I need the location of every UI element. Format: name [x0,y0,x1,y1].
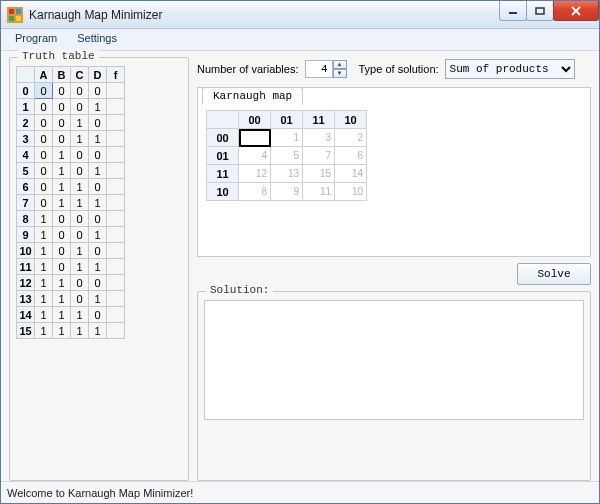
close-button[interactable] [553,1,599,21]
spin-down-icon[interactable]: ▼ [333,69,347,78]
numvars-label: Number of variables: [197,63,299,75]
spin-up-icon[interactable]: ▲ [333,60,347,69]
config-row: Number of variables: ▲ ▼ Type of solutio… [197,57,591,81]
statusbar: Welcome to Karnaugh Map Minimizer! [1,481,599,503]
svg-rect-6 [536,8,544,14]
solution-group: Solution: [197,291,591,481]
status-text: Welcome to Karnaugh Map Minimizer! [7,487,193,499]
numvars-input[interactable] [305,60,333,78]
tab-kmap[interactable]: Karnaugh map [202,87,303,105]
soltype-label: Type of solution: [359,63,439,75]
truth-table-legend: Truth table [18,50,99,62]
window-title: Karnaugh Map Minimizer [29,8,500,22]
svg-rect-1 [9,9,14,14]
kmap-table[interactable]: 0001111000132014576111213151410891110 [206,110,367,201]
client-area: Truth table ABCDf00000100012001030011401… [1,51,599,481]
numvars-spinner[interactable]: ▲ ▼ [305,60,347,78]
solution-box [204,300,584,420]
svg-rect-4 [16,16,21,21]
kmap-panel: Karnaugh map 000111100013201457611121315… [197,87,591,257]
svg-rect-2 [16,9,21,14]
minimize-button[interactable] [499,1,527,21]
menu-settings[interactable]: Settings [67,29,127,50]
truth-table-group: Truth table ABCDf00000100012001030011401… [9,57,189,481]
window: Karnaugh Map Minimizer Program Settings … [0,0,600,504]
app-icon [7,7,23,23]
svg-rect-3 [9,16,14,21]
truth-table[interactable]: ABCDf00000100012001030011401005010160110… [16,66,125,339]
solve-button[interactable]: Solve [517,263,591,285]
soltype-select[interactable]: Sum of products [445,59,575,79]
window-buttons [500,1,599,21]
menubar: Program Settings [1,29,599,51]
maximize-button[interactable] [526,1,554,21]
titlebar: Karnaugh Map Minimizer [1,1,599,29]
solution-legend: Solution: [206,284,273,296]
menu-program[interactable]: Program [5,29,67,50]
